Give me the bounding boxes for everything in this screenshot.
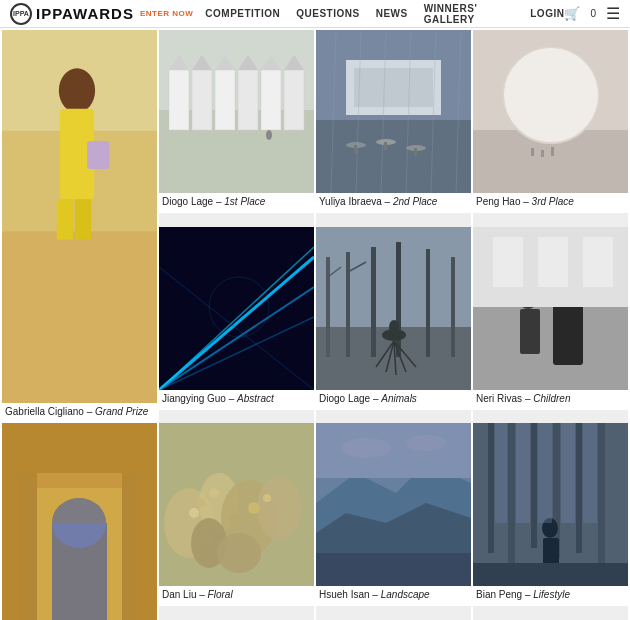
nav-winners-gallery[interactable]: WINNERS' GALLERY [424,3,515,25]
yuliya-caption: Yuliya Ibraeva – 2nd Place [316,193,471,213]
jiangying-photo [159,227,314,390]
logo-brand: IPPAWARDS [36,5,134,22]
diogo2-place: Animals [381,393,417,404]
svg-rect-108 [316,423,471,478]
svg-rect-107 [316,553,471,586]
svg-point-109 [341,438,391,458]
svg-rect-37 [354,145,357,153]
svg-rect-113 [508,423,515,563]
gabriella-caption: Gabriella Cigliano – Grand Prize [2,403,157,423]
hsueh-author: Hsueh Isan [319,589,370,600]
svg-rect-44 [531,148,534,156]
neri-place: Children [533,393,570,404]
svg-rect-1 [2,232,157,403]
svg-rect-72 [473,307,628,390]
svg-rect-115 [553,423,560,558]
hsueh-caption: Hsueh Isan – Landscape [316,586,471,606]
gallery-item-diogo2[interactable]: Diogo Lage – Animals [316,227,471,424]
dan-place: Floral [208,589,233,600]
hamburger-menu-icon[interactable]: ☰ [606,4,620,23]
svg-rect-74 [553,300,583,365]
yuliya-place: 2nd Place [393,196,437,207]
main-nav: COMPETITION QUESTIONS NEWS WINNERS' GALL… [205,3,564,25]
jiangying-caption: Jiangying Guo – Abstract [159,390,314,410]
logo[interactable]: IPPA IPPAWARDS ENTER NOW [10,3,193,25]
svg-point-87 [52,498,106,548]
diogo2-photo [316,227,471,390]
site-header: IPPA IPPAWARDS ENTER NOW COMPETITION QUE… [0,0,630,28]
lifestyle-caption: Bian Peng – Lifestyle [473,586,628,606]
svg-rect-60 [426,249,430,357]
gallery-item-diogo1[interactable]: Diogo Lage – 1st Place [159,30,314,227]
diogo1-author: Diogo Lage [162,196,213,207]
gallery-item-lifestyle[interactable]: Bian Peng – Lifestyle [473,423,628,620]
jiangying-author: Jiangying Guo [162,393,226,404]
svg-point-110 [406,435,446,451]
yuliya-author: Yuliya Ibraeva [319,196,382,207]
svg-rect-114 [531,423,537,548]
nav-competition[interactable]: COMPETITION [205,8,280,19]
cart-icon[interactable]: 🛒 [564,6,580,21]
svg-rect-7 [75,199,91,239]
nav-questions[interactable]: QUESTIONS [296,8,359,19]
gabriella-place: Grand Prize [95,406,148,417]
gabriella-author: Gabriella Cigliano [5,406,84,417]
jiangying-place: Abstract [237,393,274,404]
hsueh-photo [316,423,471,586]
lifestyle-place: Lifestyle [533,589,570,600]
svg-rect-15 [261,70,281,130]
peng-author: Peng Hao [476,196,520,207]
svg-rect-8 [87,141,109,169]
lifestyle-photo [473,423,628,586]
svg-point-98 [189,508,199,518]
svg-rect-89 [22,473,37,620]
svg-rect-56 [326,257,330,357]
peng-photo [473,30,628,193]
svg-point-101 [248,502,260,514]
enter-now-badge[interactable]: ENTER NOW [140,9,193,18]
peng-caption: Peng Hao – 3rd Place [473,193,628,213]
nav-login[interactable]: LOGIN [530,8,564,19]
svg-rect-39 [414,148,417,156]
svg-rect-47 [159,227,314,390]
svg-rect-76 [520,309,540,354]
kuanglong-photo [2,423,157,620]
svg-rect-80 [583,237,613,287]
svg-point-102 [263,494,271,502]
gallery-item-neri[interactable]: Neri Rivas – Children [473,227,628,424]
neri-author: Neri Rivas [476,393,522,404]
svg-point-23 [266,130,272,140]
gallery-item-peng[interactable]: Peng Hao – 3rd Place [473,30,628,227]
diogo2-caption: Diogo Lage – Animals [316,390,471,410]
yuliya-photo [316,30,471,193]
svg-rect-11 [169,70,189,130]
dan-author: Dan Liu [162,589,196,600]
photo-gallery: Gabriella Cigliano – Grand Prize [0,28,630,620]
svg-point-99 [197,499,205,507]
gallery-item-dan[interactable]: Dan Liu – Floral [159,423,314,620]
hsueh-place: Landscape [381,589,430,600]
svg-rect-117 [598,423,605,563]
gallery-item-kuanglong[interactable]: Kuanglong Zhang – Architecture [2,423,157,620]
svg-rect-58 [371,247,376,357]
svg-rect-90 [122,473,137,620]
cart-count: 0 [590,8,596,19]
gallery-item-jiangying[interactable]: Jiangying Guo – Abstract [159,227,314,424]
svg-rect-46 [551,147,554,156]
svg-rect-112 [488,423,494,553]
gallery-item-yuliya[interactable]: Yuliya Ibraeva – 2nd Place [316,30,471,227]
gallery-item-gabriella[interactable]: Gabriella Cigliano – Grand Prize [2,30,157,423]
svg-point-4 [59,68,95,112]
svg-rect-61 [451,257,455,357]
lifestyle-author: Bian Peng [476,589,522,600]
diogo1-photo [159,30,314,193]
neri-photo [473,227,628,390]
svg-point-100 [209,488,219,498]
svg-rect-125 [583,423,597,523]
gallery-item-hsueh[interactable]: Hsueh Isan – Landscape [316,423,471,620]
svg-point-97 [217,533,261,573]
svg-rect-38 [384,142,387,150]
nav-news[interactable]: NEWS [376,8,408,19]
logo-icon: IPPA [10,3,32,25]
svg-point-95 [257,476,301,540]
